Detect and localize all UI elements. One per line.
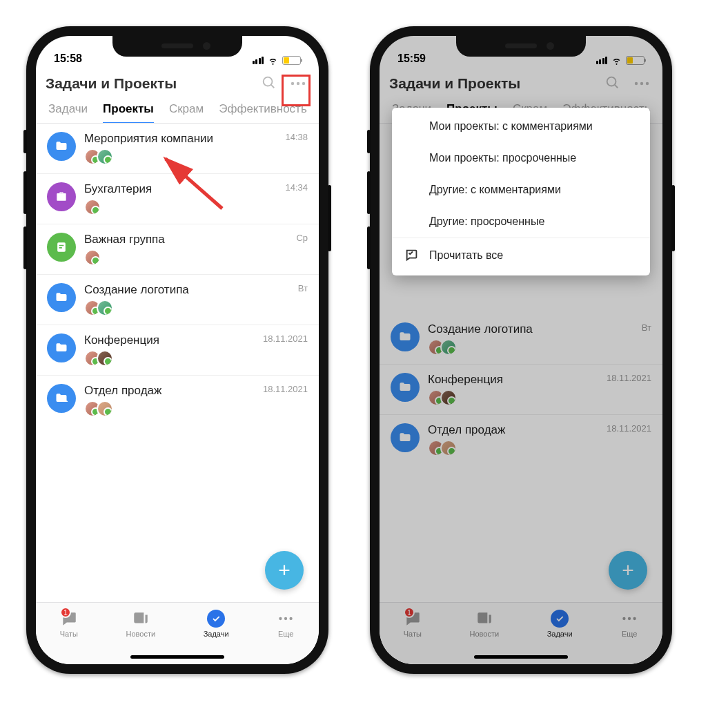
svg-line-1 [271, 85, 275, 88]
notch [112, 36, 242, 57]
menu-item-label: Другие: просроченные [429, 215, 544, 228]
status-time: 15:58 [54, 52, 82, 65]
nav-label: Новости [126, 630, 156, 638]
annotation-highlight-box [282, 75, 311, 106]
app-header: Задачи и Проекты [36, 68, 319, 94]
svg-point-9 [290, 617, 293, 620]
folder-icon [47, 333, 76, 362]
tab-tasks[interactable]: Задачи [48, 102, 88, 123]
project-row[interactable]: Важная группа Ср [36, 224, 319, 275]
project-time: 14:34 [255, 182, 308, 193]
project-time: Вт [255, 283, 308, 293]
check-icon [207, 610, 225, 628]
context-menu: Мои проекты: с комментариями Мои проекты… [392, 108, 650, 275]
project-time: 14:38 [255, 132, 308, 142]
project-row[interactable]: Конференция 18.11.2021 [36, 325, 319, 376]
project-time: Ср [255, 233, 308, 243]
project-title: Отдел продаж [84, 384, 255, 398]
briefcase-icon [47, 182, 76, 211]
fab-add-button[interactable]: + [265, 551, 304, 590]
nav-chats[interactable]: 1 Чаты [60, 610, 78, 664]
battery-icon [282, 56, 301, 65]
project-title: Создание логотипа [84, 283, 255, 297]
project-title: Конференция [84, 333, 255, 347]
search-icon[interactable] [261, 75, 276, 93]
menu-item-my-with-comments[interactable]: Мои проекты: с комментариями [392, 110, 650, 142]
folder-icon [47, 132, 76, 161]
project-time: 18.11.2021 [255, 384, 308, 394]
svg-point-7 [279, 617, 282, 620]
read-all-icon [404, 248, 420, 263]
tab-scrum[interactable]: Скрам [169, 102, 204, 123]
tab-projects[interactable]: Проекты [103, 102, 154, 123]
nav-label: Еще [278, 630, 293, 638]
nav-chats-badge: 1 [60, 607, 71, 618]
project-title: Важная группа [84, 233, 255, 246]
menu-item-other-overdue[interactable]: Другие: просроченные [392, 206, 650, 238]
annotation-arrow [160, 153, 236, 218]
svg-line-5 [166, 159, 222, 209]
nav-more[interactable]: Еще [277, 610, 295, 664]
signal-icon [253, 57, 264, 64]
folder-icon [47, 384, 76, 413]
note-icon [47, 233, 76, 262]
notch [456, 36, 586, 57]
project-row[interactable]: Отдел продаж 18.11.2021 [36, 376, 319, 425]
svg-point-8 [284, 617, 287, 620]
menu-item-my-overdue[interactable]: Мои проекты: просроченные [392, 142, 650, 174]
menu-item-label: Другие: с комментариями [429, 184, 561, 196]
folder-icon [47, 283, 76, 312]
page-title: Задачи и Проекты [46, 75, 177, 92]
menu-item-label: Мои проекты: с комментариями [429, 120, 593, 133]
phone-mockup-1: 15:58 Задачи и Проекты [26, 26, 328, 674]
tab-bar: Задачи Проекты Скрам Эффективность [36, 94, 319, 124]
nav-label: Задачи [204, 630, 229, 638]
home-indicator [130, 655, 224, 659]
phone-mockup-2: 15:59 Задачи и Проекты Задачи Проекты Ск… [370, 26, 672, 674]
project-row[interactable]: Создание логотипа Вт [36, 275, 319, 325]
menu-item-label: Мои проекты: просроченные [429, 152, 576, 164]
menu-item-label: Прочитать все [429, 249, 503, 262]
wifi-icon [267, 56, 279, 65]
nav-label: Чаты [60, 630, 78, 638]
project-time: 18.11.2021 [255, 333, 308, 344]
svg-point-0 [264, 77, 273, 86]
menu-item-other-with-comments[interactable]: Другие: с комментариями [392, 174, 650, 206]
menu-item-read-all[interactable]: Прочитать все [392, 238, 650, 273]
project-title: Мероприятия компании [84, 132, 255, 146]
